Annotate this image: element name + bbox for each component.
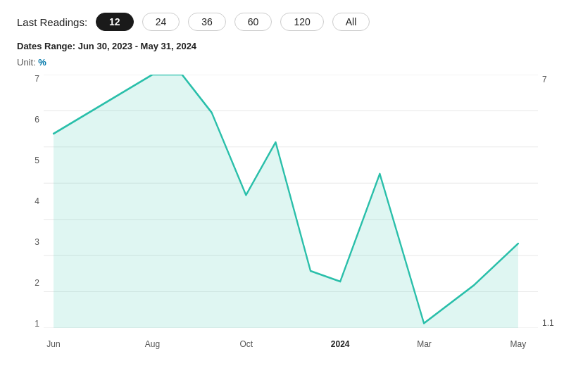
right-labels: 7 1.1 — [539, 75, 566, 328]
y-label-2: 2 — [35, 279, 39, 287]
y-label-6: 6 — [35, 115, 39, 124]
x-label-jun: Jun — [46, 339, 60, 349]
chart-area — [44, 75, 538, 328]
chart-svg — [44, 75, 538, 328]
x-label-2024: 2024 — [331, 339, 350, 349]
reading-btn-36[interactable]: 36 — [188, 13, 226, 31]
chart-fill — [54, 75, 518, 328]
dates-range: Dates Range: Jun 30, 2023 - May 31, 2024 — [17, 41, 566, 51]
x-axis: Jun Aug Oct 2024 Mar May — [44, 331, 538, 349]
last-readings-label: Last Readings: — [17, 16, 87, 28]
header-row: Last Readings: 12 24 36 60 120 All — [17, 13, 566, 31]
x-label-may: May — [510, 339, 527, 349]
right-label-bottom: 1.1 — [542, 318, 554, 328]
y-axis: 7 6 5 4 3 2 1 — [17, 75, 44, 328]
y-label-7: 7 — [35, 75, 39, 83]
y-label-4: 4 — [35, 197, 39, 206]
y-label-5: 5 — [35, 156, 39, 165]
x-label-oct: Oct — [239, 339, 253, 349]
reading-btn-all[interactable]: All — [332, 13, 370, 31]
y-label-1: 1 — [35, 320, 39, 328]
unit-row: Unit: % — [17, 57, 566, 68]
reading-btn-120[interactable]: 120 — [280, 13, 323, 31]
x-label-mar: Mar — [417, 339, 432, 349]
right-label-top: 7 — [542, 75, 547, 84]
x-label-aug: Aug — [145, 339, 160, 349]
reading-btn-60[interactable]: 60 — [234, 13, 272, 31]
y-label-3: 3 — [35, 238, 39, 246]
reading-btn-12[interactable]: 12 — [96, 13, 134, 31]
reading-btn-24[interactable]: 24 — [142, 13, 180, 31]
chart-container: 7 6 5 4 3 2 1 7 1.1 Jun — [17, 75, 566, 349]
